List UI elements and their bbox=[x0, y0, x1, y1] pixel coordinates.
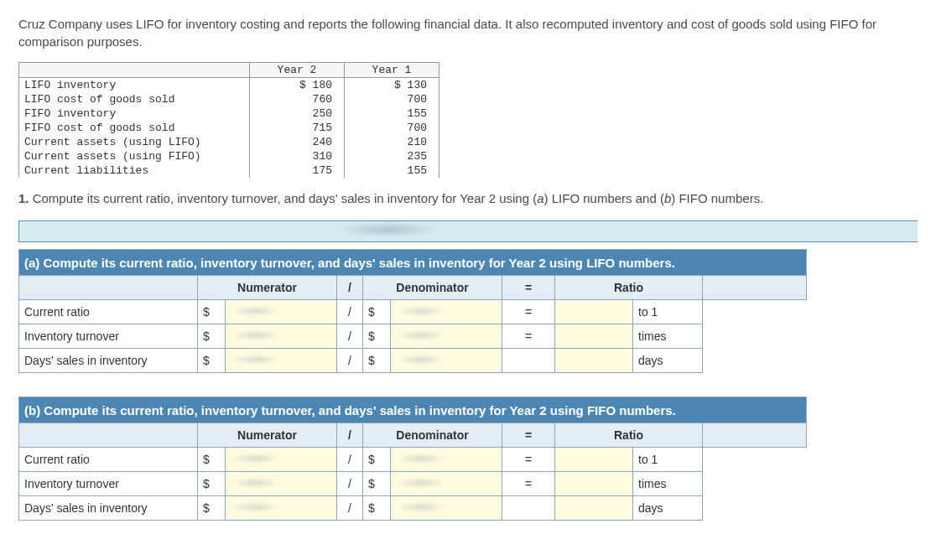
calc-row-label: Days' sales in inventory bbox=[19, 349, 198, 373]
dollar-sign: $ bbox=[363, 448, 391, 472]
denominator-input[interactable] bbox=[391, 496, 502, 521]
row-year1: 155 bbox=[345, 106, 439, 121]
dollar-sign: $ bbox=[198, 349, 226, 373]
row-year1: 235 bbox=[345, 149, 439, 163]
equals: = bbox=[502, 324, 555, 349]
denominator-input[interactable] bbox=[391, 349, 502, 373]
dollar-sign: $ bbox=[363, 349, 391, 373]
intro-text: Cruz Company uses LIFO for inventory cos… bbox=[18, 15, 918, 50]
calc-row-label: Inventory turnover bbox=[19, 324, 198, 349]
denominator-input[interactable] bbox=[391, 472, 502, 496]
col-eq: = bbox=[502, 276, 555, 300]
table-row: FIFO cost of goods sold715700 bbox=[19, 121, 439, 135]
ratio-input[interactable] bbox=[555, 324, 633, 349]
col-denominator: Denominator bbox=[363, 423, 502, 448]
slash: / bbox=[337, 496, 363, 521]
col-denominator: Denominator bbox=[363, 276, 502, 300]
col-slash: / bbox=[337, 276, 363, 300]
row-label: Current liabilities bbox=[19, 163, 250, 178]
ratio-unit: days bbox=[633, 349, 703, 373]
ratio-input[interactable] bbox=[555, 496, 633, 521]
equals bbox=[502, 349, 555, 373]
equals: = bbox=[502, 300, 555, 324]
row-year1: 210 bbox=[345, 135, 439, 149]
question-1-number: 1. bbox=[18, 191, 33, 205]
dollar-sign: $ bbox=[198, 496, 226, 521]
row-year1: 700 bbox=[345, 121, 439, 135]
calc-table: (a) Compute its current ratio, inventory… bbox=[18, 249, 807, 521]
data-header-blank bbox=[19, 63, 250, 78]
slash: / bbox=[337, 472, 363, 496]
col-ratio: Ratio bbox=[555, 276, 703, 300]
table-row: LIFO inventory$ 180$ 130 bbox=[19, 78, 439, 93]
row-year2: $ 180 bbox=[250, 78, 345, 93]
ratio-input[interactable] bbox=[555, 448, 633, 472]
row-year1: 155 bbox=[345, 163, 439, 178]
col-unit bbox=[703, 423, 807, 448]
row-year2: 715 bbox=[250, 121, 345, 135]
ratio-unit: to 1 bbox=[633, 300, 703, 324]
dollar-sign: $ bbox=[363, 324, 391, 349]
ratio-input[interactable] bbox=[555, 472, 633, 496]
row-year1: 700 bbox=[345, 92, 439, 106]
row-year2: 175 bbox=[250, 163, 345, 178]
row-year2: 760 bbox=[250, 92, 345, 106]
col-slash: / bbox=[337, 423, 363, 448]
numerator-input[interactable] bbox=[226, 448, 337, 472]
calc-row: Current ratio$/$=to 1 bbox=[19, 448, 807, 472]
col-blank bbox=[19, 423, 198, 448]
ratio-input[interactable] bbox=[555, 300, 633, 324]
data-header-year1: Year 1 bbox=[345, 63, 439, 78]
equals: = bbox=[502, 448, 555, 472]
slash: / bbox=[337, 324, 363, 349]
numerator-input[interactable] bbox=[226, 496, 337, 521]
calc-row-label: Days' sales in inventory bbox=[19, 496, 198, 521]
data-header-year2: Year 2 bbox=[250, 63, 345, 78]
slash: / bbox=[337, 349, 363, 373]
ratio-unit: to 1 bbox=[633, 448, 703, 472]
table-row: LIFO cost of goods sold760700 bbox=[19, 92, 439, 106]
row-label: FIFO cost of goods sold bbox=[19, 121, 250, 135]
col-numerator: Numerator bbox=[198, 423, 337, 448]
numerator-input[interactable] bbox=[226, 349, 337, 373]
row-year1: $ 130 bbox=[345, 78, 439, 93]
numerator-input[interactable] bbox=[226, 324, 337, 349]
table-row: FIFO inventory250155 bbox=[19, 106, 439, 121]
equals bbox=[502, 496, 555, 521]
ratio-input[interactable] bbox=[555, 349, 633, 373]
row-year2: 310 bbox=[250, 149, 345, 163]
ratio-unit: days bbox=[633, 496, 703, 521]
question-1: 1. Compute its current ratio, inventory … bbox=[18, 191, 918, 205]
dollar-sign: $ bbox=[198, 472, 226, 496]
calc-row: Current ratio$/$=to 1 bbox=[19, 300, 807, 324]
calc-row: Days' sales in inventory$/$days bbox=[19, 496, 807, 521]
denominator-input[interactable] bbox=[391, 448, 502, 472]
numerator-input[interactable] bbox=[226, 300, 337, 324]
dollar-sign: $ bbox=[198, 448, 226, 472]
col-eq: = bbox=[502, 423, 555, 448]
denominator-input[interactable] bbox=[391, 324, 502, 349]
calc-row-label: Current ratio bbox=[19, 448, 198, 472]
calc-row: Days' sales in inventory$/$days bbox=[19, 349, 807, 373]
calc-row-label: Inventory turnover bbox=[19, 472, 198, 496]
financial-data-table: Year 2 Year 1 LIFO inventory$ 180$ 130LI… bbox=[18, 62, 439, 178]
header-bar bbox=[18, 220, 918, 242]
row-year2: 240 bbox=[250, 135, 345, 149]
col-unit bbox=[703, 276, 807, 300]
col-ratio: Ratio bbox=[555, 423, 703, 448]
table-row: Current assets (using LIFO)240210 bbox=[19, 135, 439, 149]
row-year2: 250 bbox=[250, 106, 345, 121]
denominator-input[interactable] bbox=[391, 300, 502, 324]
slash: / bbox=[337, 300, 363, 324]
dollar-sign: $ bbox=[198, 300, 226, 324]
col-blank bbox=[19, 276, 198, 300]
calc-row: Inventory turnover$/$=times bbox=[19, 324, 807, 349]
numerator-input[interactable] bbox=[226, 472, 337, 496]
table-row: Current assets (using FIFO)310235 bbox=[19, 149, 439, 163]
dollar-sign: $ bbox=[363, 496, 391, 521]
col-numerator: Numerator bbox=[198, 276, 337, 300]
slash: / bbox=[337, 448, 363, 472]
section-title: (a) Compute its current ratio, inventory… bbox=[19, 250, 807, 276]
calc-row-label: Current ratio bbox=[19, 300, 198, 324]
dollar-sign: $ bbox=[363, 472, 391, 496]
